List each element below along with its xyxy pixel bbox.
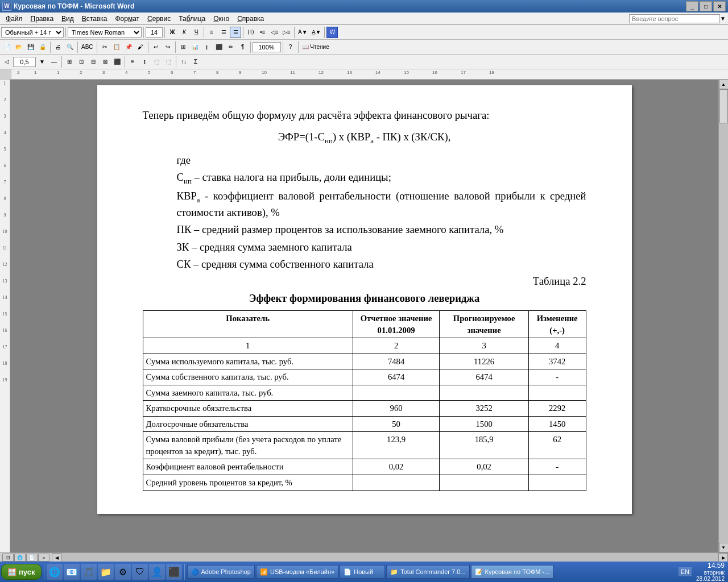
print-button[interactable]: 🖨 [52,41,64,53]
menu-tools[interactable]: Сервис [144,14,174,24]
antivirus-icon[interactable]: 🛡 [132,564,148,580]
tbl-btn3[interactable]: ⊟ [88,56,99,68]
font-color-button[interactable]: A̲▼ [310,27,323,38]
scroll-track[interactable] [719,89,729,543]
menu-table[interactable]: Таблица [175,14,209,24]
font-size-input[interactable] [146,27,163,38]
sort-button[interactable]: ↑↓ [178,56,189,68]
bullets-button[interactable]: •≡ [257,27,268,38]
align-left-button[interactable]: ≡ [206,27,217,38]
reading-mode-button[interactable]: 📖 Чтение [300,41,331,53]
drawing-button[interactable]: ✏ [225,41,237,53]
menu-view[interactable]: Вид [58,14,77,24]
open-button[interactable]: 📂 [13,41,24,53]
menu-file[interactable]: Файл [2,14,26,24]
ie-icon[interactable]: 🌐 [47,564,63,580]
cmd-icon[interactable]: ⬛ [166,564,182,580]
taskbar-word[interactable]: 📝 Курсовая по ТОФМ -... [471,565,554,579]
tbl-btn4[interactable]: ⊠ [100,56,111,68]
h-scroll-track[interactable] [61,553,718,563]
taskbar-total-commander[interactable]: 📁 Total Commander 7.0... [386,565,469,579]
font-selector[interactable]: Times New Roman [68,27,142,38]
menu-format[interactable]: Формат [111,14,143,24]
print-view-button[interactable]: 📄 [26,554,38,562]
underline-button[interactable]: Ч [191,27,202,38]
spell-check-button[interactable]: ABC [80,41,95,53]
line-button[interactable]: — [48,56,60,68]
scroll-right-button[interactable]: ▶ [718,553,728,563]
help-button[interactable]: ? [285,41,296,53]
align-justify-button[interactable]: ☰ [230,27,241,38]
scale-left-button[interactable]: ◁ [1,56,13,68]
redo-button[interactable]: ↪ [162,41,173,53]
scroll-left-button[interactable]: ◀ [52,553,61,563]
close-button[interactable]: ✕ [713,1,726,11]
new-button[interactable]: 📄 [1,41,13,53]
cell-row8-col1: Средний уровень процентов за кредит, % [143,475,353,491]
web-view-button[interactable]: 🌐 [14,554,26,562]
scroll-up-button[interactable]: ▲ [719,80,729,89]
insert-excel-button[interactable]: 📊 [189,41,201,53]
print-preview-button[interactable]: 🔍 [64,41,76,53]
insert-table-button[interactable]: ⊞ [177,41,189,53]
lang-indicator-taskbar[interactable]: EN [679,567,692,576]
separator [65,27,66,38]
taskbar-new[interactable]: 📄 Новый [340,565,385,579]
menu-window[interactable]: Окно [210,14,233,24]
document-page[interactable]: Теперь приведём общую формулу для расчёт… [97,85,632,514]
outlook-icon[interactable]: 📧 [64,564,80,580]
align-col-button[interactable]: ⫿ [139,56,150,68]
numbering-button[interactable]: ⑴ [245,27,257,38]
cut-button[interactable]: ✂ [99,41,110,53]
zoom-input[interactable] [253,42,281,52]
paste-button[interactable]: 📌 [123,41,134,53]
decrease-indent-button[interactable]: ◁≡ [269,27,280,38]
columns-button[interactable]: ⫿ [201,41,213,53]
settings-icon[interactable]: ⚙ [115,564,131,580]
increase-indent-button[interactable]: ▷≡ [281,27,292,38]
help-arrow[interactable]: ▼ [720,15,726,22]
format-painter-button[interactable]: 🖌 [135,41,146,53]
document-area[interactable]: Теперь приведём общую формулу для расчёт… [10,80,718,552]
scroll-thumb[interactable] [719,89,728,123]
tbl-btn2[interactable]: ⊡ [76,56,87,68]
explorer-icon[interactable]: 📁 [98,564,114,580]
horizontal-scrollbar[interactable]: ⊡ 🌐 📄 ≡ ◀ ▶ [0,552,728,562]
tbl-btn1[interactable]: ⊞ [64,56,75,68]
scroll-down-button[interactable]: ▼ [719,543,729,552]
copy-button[interactable]: 📋 [111,41,122,53]
distribute-row-button[interactable]: ⬚ [151,56,162,68]
show-formatting-button[interactable]: ¶ [237,41,249,53]
separator [148,41,148,53]
menu-help[interactable]: Справка [234,14,267,24]
bold-button[interactable]: Ж [167,27,178,38]
align-center-button[interactable]: ☰ [218,27,229,38]
word-icon-button[interactable]: W [326,27,338,38]
highlight-button[interactable]: A▼ [296,27,309,38]
align-row-button[interactable]: ≡ [127,56,138,68]
help-input[interactable] [629,14,720,23]
permission-button[interactable]: 🔒 [37,41,48,53]
outline-view-button[interactable]: ≡ [38,554,49,562]
maximize-button[interactable]: □ [700,1,712,11]
vertical-scrollbar[interactable]: ▲ ▼ [718,80,728,552]
scale-color-button[interactable]: ▼ [36,56,48,68]
menu-edit[interactable]: Правка [27,14,57,24]
menu-insert[interactable]: Вставка [78,14,111,24]
undo-button[interactable]: ↩ [150,41,162,53]
italic-button[interactable]: К [179,27,190,38]
save-button[interactable]: 💾 [25,41,36,53]
media-icon[interactable]: 🎵 [81,564,97,580]
taskbar-usb-modem[interactable]: 📶 USB-модем «Билайн» [256,565,338,579]
start-button[interactable]: 🪟 пуск [1,564,42,580]
style-selector[interactable]: Обычный + 14 г [1,27,64,38]
scale-input[interactable] [13,57,36,67]
formula-button[interactable]: Σ [190,56,201,68]
tbl-btn5[interactable]: ⬛ [111,56,123,68]
user-icon[interactable]: 👤 [149,564,165,580]
minimize-button[interactable]: _ [686,1,698,11]
distribute-col-button[interactable]: ⬚ [163,56,174,68]
taskbar-photoshop[interactable]: 🔵 Adobe Photoshop [187,565,255,579]
normal-view-button[interactable]: ⊡ [2,554,14,562]
frame-button[interactable]: ⬛ [213,41,225,53]
